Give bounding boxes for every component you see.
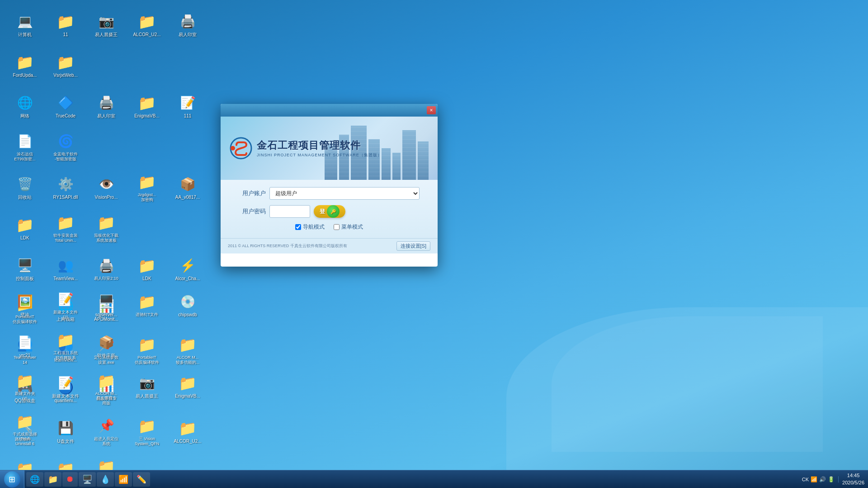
dialog-titlebar: ×	[221, 104, 438, 117]
menu-mode-option[interactable]: 菜单模式	[334, 223, 363, 231]
icon-empty-3	[167, 45, 208, 86]
sys-network-icon: 📶	[811, 476, 817, 483]
icon-empty-1	[86, 45, 127, 86]
close-button[interactable]: ×	[427, 106, 436, 114]
taskbar-record[interactable]: ⏺	[62, 472, 78, 487]
icon-yiren-camera[interactable]: 📷 易人晨摄王	[86, 5, 127, 45]
icon-yiren-camera2[interactable]: 📷 易人晨摄王	[127, 366, 167, 407]
icon-tushi[interactable]: 📄 涂石远信ET99加密...	[5, 127, 45, 167]
icon-chipswdb[interactable]: 💿 chipswdb	[167, 285, 208, 325]
dialog-logo: 金石工程项目管理软件 JINSHI PROJECT MANAGEMENT SOF…	[230, 137, 382, 160]
icon-fordupda[interactable]: 📁 FordUpda...	[5, 45, 45, 86]
nav-mode-checkbox[interactable]	[295, 224, 301, 230]
icon-empty-6	[167, 127, 208, 167]
password-row: 用户密码 登 🔑	[239, 205, 420, 218]
dialog-footer: 2011 © ALL RIGHTS RESERVED 千真生云软件有限公司版权所…	[221, 238, 438, 253]
icon-empty-20	[127, 325, 167, 366]
icon-bibi[interactable]: 🖼️ 壁涂	[5, 285, 45, 325]
icon-qianban[interactable]: 📁 茄板优化下载系统加速板	[86, 208, 127, 249]
icon-enigmavb[interactable]: 📁 EnigmaVB...	[127, 86, 167, 127]
icon-project-sys[interactable]: 📁 工程项目系统软件网版系	[45, 325, 86, 366]
icon-computer[interactable]: 💻 计算机	[5, 5, 45, 45]
icon-ldk[interactable]: 📁 LDK	[5, 208, 45, 249]
icon-sqjserver2[interactable]: 🖥️ sqjserver...	[86, 285, 127, 325]
password-input[interactable]	[269, 205, 310, 218]
icon-yiren-print[interactable]: 🖨️ 易人印室	[167, 5, 208, 45]
taskbar: ⊞ 🌐 📁 ⏺ 🖥️ 💧 📶 ✏️ CK 📶 🔊 🔋 14:45 2020/5/…	[0, 470, 868, 488]
icon-aa-archive[interactable]: 📦 AA_v0817...	[167, 167, 208, 208]
start-button[interactable]: ⊞	[0, 470, 24, 488]
dialog-body: 用户账户 超级用户 用户密码 登 🔑 导航模式 菜单模	[221, 180, 438, 238]
login-green-circle: 🔑	[327, 205, 340, 218]
dialog-banner: 金石工程项目管理软件 JINSHI PROJECT MANAGEMENT SOF…	[221, 117, 438, 180]
icon-ry1sapi[interactable]: ⚙️ RY1SAPI.dll	[45, 167, 86, 208]
icon-empty-8	[167, 208, 208, 249]
company-logo-icon	[230, 137, 252, 160]
user-row: 用户账户 超级用户	[239, 187, 420, 200]
icon-visionpro[interactable]: 👁️ VisionPro...	[86, 167, 127, 208]
copyright-text: 2011 © ALL RIGHTS RESERVED 千真生云软件有限公司版权所…	[228, 243, 347, 249]
logo-text: 金石工程项目管理软件 JINSHI PROJECT MANAGEMENT SOF…	[257, 139, 382, 158]
taskbar-network[interactable]: 📶	[115, 472, 132, 487]
sys-label: CK	[802, 477, 809, 482]
login-dialog: × 金石工程项目管理软件	[221, 104, 438, 267]
icon-empty-7	[127, 208, 167, 249]
icon-vsrjxtweb[interactable]: 📁 VsrjxtWeb...	[45, 45, 86, 86]
sys-sound-icon: 🔊	[819, 476, 826, 483]
icon-empty-4	[86, 127, 127, 167]
user-select[interactable]: 超级用户	[269, 187, 420, 200]
icon-newtext2[interactable]: 📝 新建文本文件(2)	[45, 285, 86, 325]
taskbar-clock-area[interactable]: 14:45 2020/5/26	[839, 470, 868, 488]
svg-point-1	[231, 146, 235, 150]
taskbar-editor[interactable]: ✏️	[133, 472, 150, 487]
icon-11[interactable]: 📁 11	[45, 5, 86, 45]
taskbar-ie[interactable]: 🌐	[26, 472, 43, 487]
icon-ganshi[interactable]: 📁 干式或剪选择路软软件...	[5, 407, 45, 447]
icon-jzgdgist[interactable]: 📁 Jzgdgist...加密狗	[127, 167, 167, 208]
icon-jinlan[interactable]: 🌀 金蓝电子软件-智能加密版	[45, 127, 86, 167]
user-label: 用户账户	[239, 189, 266, 197]
icon-empty-5	[127, 127, 167, 167]
icon-alcor-m2[interactable]: 📁 ALCOR M...旧版序归...	[86, 366, 127, 407]
menu-mode-checkbox[interactable]	[334, 224, 340, 230]
icon-empty-2	[127, 45, 167, 86]
icon-empty-21	[167, 325, 208, 366]
icon-truecode[interactable]: 🔷 TrueCode	[45, 86, 86, 127]
taskbar-sys-icons: CK 📶 🔊 🔋	[798, 476, 839, 483]
icon-new-folder4[interactable]: 📁 新建文件夹(4)	[5, 366, 45, 407]
sys-battery-icon: 🔋	[828, 476, 835, 483]
icon-enigmavb2[interactable]: 📁 EnigmaVB...	[167, 366, 208, 407]
nav-mode-option[interactable]: 导航模式	[295, 223, 325, 231]
icon-jinci-ding2[interactable]: 📁 进驰钉T文件	[127, 285, 167, 325]
icon-network[interactable]: 🌐 网络	[5, 86, 45, 127]
start-orb: ⊞	[4, 471, 20, 488]
login-button[interactable]: 登 🔑	[314, 205, 345, 218]
taskbar-water[interactable]: 💧	[97, 472, 114, 487]
icon-alcor-u2[interactable]: 📁 ALCOR_U2...	[127, 5, 167, 45]
icon-111-doc[interactable]: 📝 111	[167, 86, 208, 127]
connect-settings-button[interactable]: 连接设置[S]	[396, 241, 430, 251]
icon-software-hall[interactable]: 📦 软件庄所	[86, 325, 127, 366]
taskbar-system[interactable]: 🖥️	[79, 472, 96, 487]
taskbar-items: 🌐 📁 ⏺ 🖥️ 💧 📶 ✏️	[24, 472, 798, 487]
clock: 14:45 2020/5/26	[842, 472, 864, 486]
icon-yiren-print2[interactable]: 🖨️ 易人印室	[86, 86, 127, 127]
taskbar-explorer[interactable]: 📁	[44, 472, 61, 487]
icon-newtext-doc[interactable]: 📝 新建文本文件	[45, 366, 86, 407]
icon-recycle[interactable]: 🗑️ 回收站	[5, 167, 45, 208]
icon-yrc21[interactable]: 📄 yrc21	[5, 325, 45, 366]
password-label: 用户密码	[239, 207, 266, 216]
options-row: 导航模式 菜单模式	[239, 223, 420, 231]
icon-uninstall-folder[interactable]: 📁 软牛安装盒装Total Unin...	[45, 208, 86, 249]
